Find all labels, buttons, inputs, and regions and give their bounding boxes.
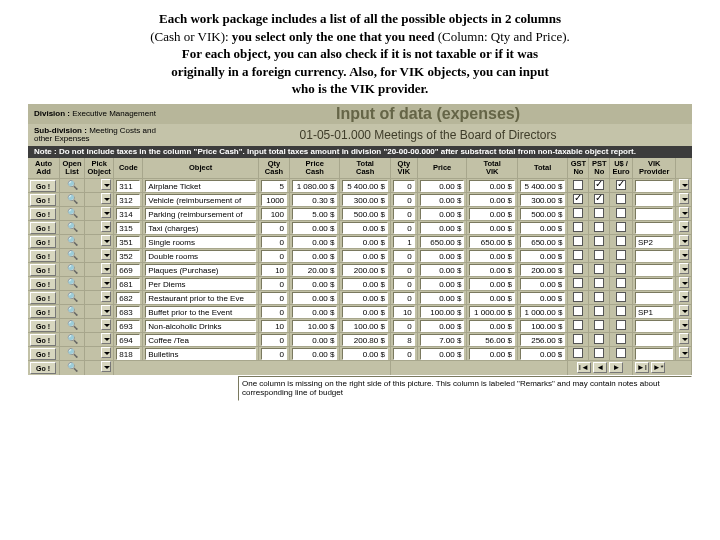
pst-no-checkbox[interactable] bbox=[594, 292, 604, 302]
qty-cash-cell[interactable]: 0 bbox=[261, 334, 287, 346]
qty-vik-cell[interactable]: 0 bbox=[393, 348, 415, 360]
qty-vik-cell[interactable]: 0 bbox=[393, 194, 415, 206]
us-euro-checkbox[interactable] bbox=[616, 292, 626, 302]
qty-cash-cell[interactable]: 0 bbox=[261, 306, 287, 318]
go-button[interactable]: Go ! bbox=[30, 306, 56, 318]
pst-no-checkbox[interactable] bbox=[594, 334, 604, 344]
code-cell[interactable]: 681 bbox=[116, 278, 140, 290]
vik-provider-cell[interactable] bbox=[635, 320, 673, 332]
pst-no-checkbox[interactable] bbox=[594, 264, 604, 274]
qty-cash-cell[interactable]: 0 bbox=[261, 250, 287, 262]
pick-dropdown[interactable] bbox=[101, 305, 111, 316]
gst-no-checkbox[interactable] bbox=[573, 250, 583, 260]
price-cash-cell[interactable]: 0.00 $ bbox=[292, 236, 337, 248]
go-button[interactable]: Go ! bbox=[30, 334, 56, 346]
price-cash-cell[interactable]: 0.30 $ bbox=[292, 194, 337, 206]
qty-cash-cell[interactable]: 0 bbox=[261, 278, 287, 290]
us-euro-checkbox[interactable] bbox=[616, 348, 626, 358]
qty-vik-cell[interactable]: 0 bbox=[393, 292, 415, 304]
go-button[interactable]: Go ! bbox=[30, 222, 56, 234]
us-euro-checkbox[interactable] bbox=[616, 236, 626, 246]
vik-provider-dropdown[interactable] bbox=[679, 305, 689, 316]
us-euro-checkbox[interactable] bbox=[616, 208, 626, 218]
us-euro-checkbox[interactable] bbox=[616, 194, 626, 204]
open-list-icon[interactable]: 🔍 bbox=[62, 223, 82, 232]
open-list-icon[interactable]: 🔍 bbox=[62, 307, 82, 316]
price-cash-cell[interactable]: 0.00 $ bbox=[292, 334, 337, 346]
us-euro-checkbox[interactable] bbox=[616, 264, 626, 274]
price-vik-cell[interactable]: 0.00 $ bbox=[420, 292, 465, 304]
gst-no-checkbox[interactable] bbox=[573, 278, 583, 288]
gst-no-checkbox[interactable] bbox=[573, 222, 583, 232]
qty-cash-cell[interactable]: 0 bbox=[261, 348, 287, 360]
vik-provider-dropdown[interactable] bbox=[679, 319, 689, 330]
pst-no-checkbox[interactable] bbox=[594, 306, 604, 316]
gst-no-checkbox[interactable] bbox=[573, 208, 583, 218]
object-cell[interactable]: Coffee /Tea bbox=[145, 334, 256, 346]
vik-provider-dropdown[interactable] bbox=[679, 347, 689, 358]
object-cell[interactable]: Parking (reimbursement of bbox=[145, 208, 256, 220]
vik-provider-cell[interactable] bbox=[635, 208, 673, 220]
qty-vik-cell[interactable]: 1 bbox=[393, 236, 415, 248]
vik-provider-dropdown[interactable] bbox=[679, 207, 689, 218]
vik-provider-cell[interactable] bbox=[635, 222, 673, 234]
qty-vik-cell[interactable]: 0 bbox=[393, 250, 415, 262]
price-cash-cell[interactable]: 20.00 $ bbox=[292, 264, 337, 276]
price-cash-cell[interactable]: 1 080.00 $ bbox=[292, 180, 337, 192]
nav-prev[interactable]: ◄ bbox=[593, 362, 607, 373]
price-vik-cell[interactable]: 650.00 $ bbox=[420, 236, 465, 248]
qty-vik-cell[interactable]: 0 bbox=[393, 278, 415, 290]
pst-no-checkbox[interactable] bbox=[594, 208, 604, 218]
code-cell[interactable]: 683 bbox=[116, 306, 140, 318]
object-cell[interactable]: Non-alcoholic Drinks bbox=[145, 320, 256, 332]
go-button[interactable]: Go ! bbox=[30, 320, 56, 332]
code-cell[interactable]: 315 bbox=[116, 222, 140, 234]
us-euro-checkbox[interactable] bbox=[616, 334, 626, 344]
pick-dropdown[interactable] bbox=[101, 291, 111, 302]
price-vik-cell[interactable]: 0.00 $ bbox=[420, 278, 465, 290]
price-vik-cell[interactable]: 0.00 $ bbox=[420, 320, 465, 332]
open-list-icon[interactable]: 🔍 bbox=[62, 279, 82, 288]
price-vik-cell[interactable]: 0.00 $ bbox=[420, 348, 465, 360]
open-list-icon[interactable]: 🔍 bbox=[62, 237, 82, 246]
go-button[interactable]: Go ! bbox=[30, 208, 56, 220]
go-button[interactable]: Go ! bbox=[30, 194, 56, 206]
nav-add[interactable]: ►* bbox=[651, 362, 665, 373]
price-cash-cell[interactable]: 0.00 $ bbox=[292, 250, 337, 262]
pick-dropdown[interactable] bbox=[101, 263, 111, 274]
go-button[interactable]: Go ! bbox=[30, 348, 56, 360]
vik-provider-dropdown[interactable] bbox=[679, 291, 689, 302]
gst-no-checkbox[interactable] bbox=[573, 306, 583, 316]
pick-dropdown[interactable] bbox=[101, 221, 111, 232]
pick-dropdown[interactable] bbox=[101, 361, 111, 372]
gst-no-checkbox[interactable] bbox=[573, 264, 583, 274]
us-euro-checkbox[interactable] bbox=[616, 180, 626, 190]
pst-no-checkbox[interactable] bbox=[594, 194, 604, 204]
code-cell[interactable]: 352 bbox=[116, 250, 140, 262]
vik-provider-dropdown[interactable] bbox=[679, 235, 689, 246]
qty-cash-cell[interactable]: 10 bbox=[261, 264, 287, 276]
open-list-icon[interactable]: 🔍 bbox=[62, 293, 82, 302]
object-cell[interactable]: Taxi (charges) bbox=[145, 222, 256, 234]
open-list-icon[interactable]: 🔍 bbox=[62, 209, 82, 218]
price-vik-cell[interactable]: 0.00 $ bbox=[420, 250, 465, 262]
price-vik-cell[interactable]: 7.00 $ bbox=[420, 334, 465, 346]
go-button[interactable]: Go ! bbox=[30, 236, 56, 248]
price-vik-cell[interactable]: 0.00 $ bbox=[420, 264, 465, 276]
pick-dropdown[interactable] bbox=[101, 193, 111, 204]
pst-no-checkbox[interactable] bbox=[594, 250, 604, 260]
object-cell[interactable]: Single rooms bbox=[145, 236, 256, 248]
vik-provider-dropdown[interactable] bbox=[679, 179, 689, 190]
qty-cash-cell[interactable]: 0 bbox=[261, 222, 287, 234]
qty-cash-cell[interactable]: 0 bbox=[261, 292, 287, 304]
gst-no-checkbox[interactable] bbox=[573, 194, 583, 204]
pst-no-checkbox[interactable] bbox=[594, 222, 604, 232]
vik-provider-dropdown[interactable] bbox=[679, 263, 689, 274]
price-cash-cell[interactable]: 5.00 $ bbox=[292, 208, 337, 220]
vik-provider-cell[interactable] bbox=[635, 194, 673, 206]
object-cell[interactable]: Double rooms bbox=[145, 250, 256, 262]
code-cell[interactable]: 694 bbox=[116, 334, 140, 346]
gst-no-checkbox[interactable] bbox=[573, 236, 583, 246]
code-cell[interactable]: 669 bbox=[116, 264, 140, 276]
vik-provider-cell[interactable] bbox=[635, 180, 673, 192]
